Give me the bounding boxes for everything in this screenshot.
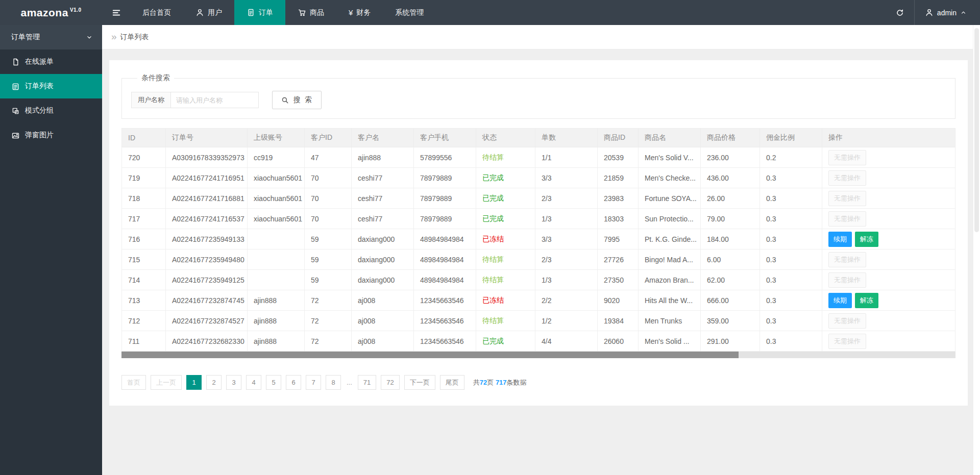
username-input[interactable] bbox=[171, 92, 259, 108]
page-button[interactable]: 下一页 bbox=[404, 375, 435, 390]
cell-ratio: 0.3 bbox=[760, 249, 822, 270]
menu-toggle-icon[interactable] bbox=[102, 0, 130, 25]
cell-count: 1/3 bbox=[535, 209, 598, 229]
cell-id: 717 bbox=[122, 209, 166, 229]
no-action-button: 无需操作 bbox=[828, 272, 866, 288]
sidebar-item-popup-image[interactable]: 弹窗图片 bbox=[0, 123, 102, 147]
page-button[interactable]: 5 bbox=[266, 375, 281, 390]
cell-product_name: Men's Checke... bbox=[639, 168, 701, 188]
top-navbar: amazona V1.0 后台首页用户订单商品¥财务系统管理 admin bbox=[0, 0, 980, 25]
cell-phone: 78979889 bbox=[414, 188, 476, 209]
cell-count: 3/3 bbox=[535, 229, 598, 249]
search-icon bbox=[281, 96, 289, 105]
cell-parent: ajin888 bbox=[248, 331, 305, 352]
cell-order_no: A02241677241716881 bbox=[166, 188, 248, 209]
column-header: 状态 bbox=[476, 129, 535, 147]
unfreeze-button[interactable]: 解冻 bbox=[855, 293, 878, 308]
nav-item-orders[interactable]: 订单 bbox=[234, 0, 285, 25]
cell-price: 184.00 bbox=[701, 229, 760, 249]
cell-phone: 48984984984 bbox=[414, 270, 476, 290]
table-row: 715A0224167723594948059daxiang0004898498… bbox=[122, 249, 955, 270]
page-button[interactable]: 2 bbox=[206, 375, 222, 390]
brand-version: V1.0 bbox=[70, 7, 82, 13]
vertical-scrollbar-thumb[interactable] bbox=[974, 28, 979, 232]
cell-product_name: Hits All the W... bbox=[639, 290, 701, 311]
cell-price: 236.00 bbox=[701, 147, 760, 168]
cell-status: 已完成 bbox=[476, 209, 535, 229]
chevron-up-icon bbox=[960, 9, 967, 16]
nav-item-goods[interactable]: 商品 bbox=[285, 0, 336, 25]
cell-price: 359.00 bbox=[701, 311, 760, 331]
nav-item-finance[interactable]: ¥财务 bbox=[336, 0, 383, 25]
cell-count: 1/2 bbox=[535, 311, 598, 331]
sidebar-item-order-list[interactable]: 订单列表 bbox=[0, 74, 102, 98]
cell-product_id: 7995 bbox=[598, 229, 639, 249]
cell-customer_id: 59 bbox=[305, 249, 352, 270]
cell-count: 2/3 bbox=[535, 249, 598, 270]
cell-order_no: A02241677232874745 bbox=[166, 290, 248, 311]
cell-order_no: A02241677232874527 bbox=[166, 311, 248, 331]
page-button[interactable]: 7 bbox=[306, 375, 321, 390]
cell-id: 714 bbox=[122, 270, 166, 290]
cell-product_name: Sun Protectio... bbox=[639, 209, 701, 229]
no-action-button: 无需操作 bbox=[828, 313, 866, 329]
table-row: 720A03091678339352973cc91947ajin88857899… bbox=[122, 147, 955, 168]
column-header: 商品价格 bbox=[701, 129, 760, 147]
cell-price: 291.00 bbox=[701, 331, 760, 352]
page-button[interactable]: 8 bbox=[326, 375, 341, 390]
cell-customer_id: 70 bbox=[305, 168, 352, 188]
page-button[interactable]: 1 bbox=[186, 375, 202, 390]
page-button[interactable]: 6 bbox=[286, 375, 301, 390]
cell-customer_id: 72 bbox=[305, 331, 352, 352]
cell-id: 711 bbox=[122, 331, 166, 352]
cell-phone: 57899556 bbox=[414, 147, 476, 168]
nav-item-users[interactable]: 用户 bbox=[183, 0, 234, 25]
cell-ratio: 0.3 bbox=[760, 209, 822, 229]
renew-button[interactable]: 续期 bbox=[828, 232, 852, 247]
cell-count: 4/4 bbox=[535, 331, 598, 352]
sidebar-item-mode-group[interactable]: 模式分组 bbox=[0, 98, 102, 123]
cell-customer_id: 70 bbox=[305, 188, 352, 209]
nav-item-label: 系统管理 bbox=[395, 8, 424, 17]
cell-status: 待结算 bbox=[476, 147, 535, 168]
cell-count: 2/2 bbox=[535, 290, 598, 311]
sidebar-group-order-management[interactable]: 订单管理 bbox=[0, 25, 102, 49]
search-button[interactable]: 搜 索 bbox=[272, 91, 322, 109]
cell-ratio: 0.3 bbox=[760, 331, 822, 352]
unfreeze-button[interactable]: 解冻 bbox=[855, 232, 878, 247]
cell-actions: 无需操作 bbox=[822, 209, 955, 229]
page-button[interactable]: 3 bbox=[226, 375, 241, 390]
cell-customer_id: 59 bbox=[305, 229, 352, 249]
horizontal-scrollbar[interactable] bbox=[121, 352, 955, 358]
cell-product_id: 19384 bbox=[598, 311, 639, 331]
cell-parent bbox=[248, 249, 305, 270]
cell-product_name: Pt. K.G. Ginde... bbox=[639, 229, 701, 249]
cell-id: 713 bbox=[122, 290, 166, 311]
username-field-label: 用户名称 bbox=[131, 92, 171, 108]
cell-status: 待结算 bbox=[476, 311, 535, 331]
renew-button[interactable]: 续期 bbox=[828, 293, 852, 308]
search-panel-legend: 条件搜索 bbox=[137, 73, 174, 83]
cell-product_id: 9020 bbox=[598, 290, 639, 311]
refresh-icon[interactable] bbox=[886, 0, 914, 25]
page-button[interactable]: 4 bbox=[246, 375, 261, 390]
sidebar-item-online-dispatch[interactable]: 在线派单 bbox=[0, 49, 102, 74]
table-row: 711A02241677232682330ajin88872aj00812345… bbox=[122, 331, 955, 352]
sidebar-item-label: 在线派单 bbox=[25, 57, 54, 66]
cell-actions: 无需操作 bbox=[822, 147, 955, 168]
cell-customer_id: 72 bbox=[305, 311, 352, 331]
cell-customer_name: daxiang000 bbox=[352, 270, 414, 290]
vertical-scrollbar[interactable] bbox=[973, 25, 980, 475]
nav-item-system[interactable]: 系统管理 bbox=[383, 0, 436, 25]
page-button[interactable]: 尾页 bbox=[440, 375, 464, 390]
page-button[interactable]: 72 bbox=[381, 375, 399, 390]
page-button[interactable]: 71 bbox=[358, 375, 376, 390]
sidebar-item-label: 弹窗图片 bbox=[25, 131, 54, 140]
cell-status: 已完成 bbox=[476, 188, 535, 209]
pagination-summary: 共72页 717条数据 bbox=[473, 378, 527, 387]
horizontal-scrollbar-thumb[interactable] bbox=[121, 352, 739, 358]
nav-item-home[interactable]: 后台首页 bbox=[130, 0, 183, 25]
user-icon bbox=[925, 8, 934, 17]
cell-count: 3/3 bbox=[535, 168, 598, 188]
user-menu[interactable]: admin bbox=[915, 0, 980, 25]
